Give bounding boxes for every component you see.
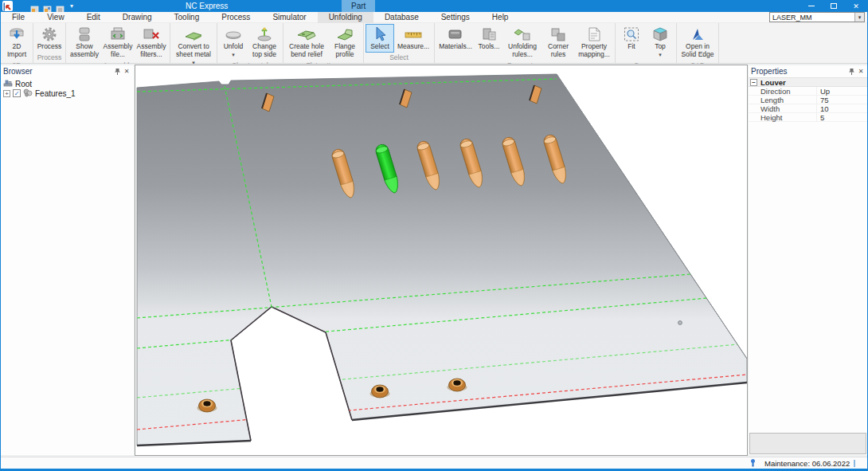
unfold-button[interactable]: Unfold▾: [219, 24, 248, 61]
property-mapping-icon: [585, 26, 603, 42]
assembly-file-button[interactable]: Assembly file...: [101, 24, 135, 61]
property-name: Width: [749, 104, 817, 113]
menu-help[interactable]: Help: [481, 12, 520, 23]
properties-panel: Properties ✕ − Louver Direction Up Lengt…: [749, 65, 868, 455]
unfolding-rules-button[interactable]: Unfolding rules...: [503, 24, 542, 61]
menu-bar: File View Edit Drawing Tooling Process S…: [1, 12, 867, 23]
property-name: Length: [749, 96, 817, 104]
machine-selector-dropdown-icon[interactable]: ▾: [854, 13, 864, 22]
menu-process[interactable]: Process: [210, 12, 261, 23]
corner-rules-button[interactable]: Corner rules: [542, 24, 575, 61]
menu-unfolding[interactable]: Unfolding: [318, 12, 373, 23]
tree-row-root[interactable]: Root: [3, 79, 134, 88]
features-checkbox[interactable]: ✓: [13, 89, 21, 97]
ribbon-group-label-select: Select: [366, 53, 432, 63]
convert-to-sheet-metal-button[interactable]: Convert to sheet metal ▾: [172, 24, 215, 68]
property-value[interactable]: 75: [817, 96, 868, 104]
minimize-icon: [808, 6, 815, 6]
tree-features-label: Features_1: [35, 89, 76, 98]
show-assembly-button[interactable]: Show assembly: [68, 24, 101, 61]
menu-settings[interactable]: Settings: [430, 12, 481, 23]
top-view-button[interactable]: Top▾: [646, 24, 674, 61]
menu-simulator[interactable]: Simulator: [261, 12, 317, 23]
small-hole[interactable]: [678, 321, 682, 325]
features-icon: [23, 88, 33, 99]
hole-bend-relief-icon: [296, 26, 317, 42]
property-value[interactable]: Up: [817, 87, 868, 96]
maximize-icon: [831, 3, 837, 9]
pin-icon[interactable]: [112, 67, 122, 77]
assembly-filters-button[interactable]: Assembly filters...: [135, 24, 168, 61]
properties-close-icon[interactable]: ✕: [856, 67, 866, 77]
dropdown-caret-icon: ▾: [659, 52, 662, 57]
machine-selector[interactable]: LASER_MM ▾: [769, 12, 865, 22]
show-assembly-icon: [76, 26, 93, 42]
materials-icon: [446, 26, 465, 42]
menu-view[interactable]: View: [36, 12, 76, 23]
property-mapping-button[interactable]: Property mapping...: [575, 24, 613, 61]
corner-rules-icon: [549, 26, 568, 42]
root-icon: [3, 79, 13, 89]
ribbon-group-2d: 2D Import 2D: [1, 23, 33, 63]
property-row-width[interactable]: Width 10: [749, 104, 868, 113]
select-button[interactable]: Select: [366, 24, 394, 53]
ribbon-group-camera: Fit Top▾ Camera: [616, 23, 677, 63]
save-as-icon[interactable]: [43, 2, 52, 10]
maximize-button[interactable]: [823, 0, 845, 12]
ribbon-group-cad: Open in Solid Edge CAD: [677, 23, 719, 63]
property-row-direction[interactable]: Direction Up: [749, 87, 868, 96]
quick-access-caret-icon[interactable]: ▾: [70, 2, 73, 10]
property-name: Height: [749, 113, 817, 122]
menu-database[interactable]: Database: [373, 12, 430, 23]
property-value[interactable]: 10: [817, 104, 868, 113]
status-tick: [854, 460, 855, 467]
browser-panel-title: Browser: [3, 67, 112, 76]
menu-drawing[interactable]: Drawing: [111, 12, 163, 23]
materials-button[interactable]: Materials...: [436, 24, 475, 61]
top-view-cube-icon: [651, 26, 669, 42]
property-row-height[interactable]: Height 5: [749, 113, 868, 122]
property-name: Direction: [749, 87, 817, 96]
minimize-button[interactable]: [800, 0, 823, 12]
unfold-icon: [224, 26, 243, 42]
app-logo-icon[interactable]: [2, 1, 13, 11]
solid-edge-icon: [688, 26, 707, 42]
close-button[interactable]: ✕: [845, 0, 867, 12]
2d-import-button[interactable]: 2D Import: [2, 24, 31, 61]
ribbon-group-select: Select Measure... Select: [364, 23, 435, 63]
measure-ruler-icon: [403, 26, 424, 42]
expand-plus-icon[interactable]: +: [3, 90, 10, 97]
3d-viewport[interactable]: [135, 65, 748, 456]
properties-grid: − Louver Direction Up Length 75 Width 10…: [749, 77, 868, 122]
ribbon-group-flat-pattern: Create hole bend relief Flange profile F…: [283, 23, 364, 63]
properties-preview-box: [749, 433, 866, 454]
tree-row-features[interactable]: + ✓ Features_1: [3, 88, 134, 98]
document-tab-part[interactable]: Part: [342, 0, 375, 12]
menu-edit[interactable]: Edit: [76, 12, 111, 23]
save-icon[interactable]: [30, 2, 39, 10]
tools-button[interactable]: Tools...: [475, 24, 503, 61]
measure-button[interactable]: Measure...: [394, 24, 432, 53]
process-button[interactable]: Process: [35, 24, 64, 53]
fit-zoom-icon: [623, 26, 640, 42]
assembly-filters-icon: [142, 26, 161, 42]
flange-profile-button[interactable]: Flange profile: [328, 24, 362, 61]
open-in-solid-edge-button[interactable]: Open in Solid Edge: [678, 24, 717, 61]
pin-icon[interactable]: [846, 67, 856, 77]
flange-profile-icon: [335, 26, 354, 42]
menu-tooling[interactable]: Tooling: [163, 12, 211, 23]
ribbon-group-process: Process Process: [33, 23, 66, 63]
change-top-side-button[interactable]: Change top side: [248, 24, 281, 61]
menu-file[interactable]: File: [1, 12, 36, 23]
browser-close-icon[interactable]: ✕: [122, 67, 131, 77]
property-group-louver[interactable]: − Louver: [749, 77, 868, 87]
save-all-icon[interactable]: [56, 2, 65, 10]
property-value[interactable]: 5: [817, 113, 868, 122]
assembly-file-icon: [108, 26, 127, 42]
fit-button[interactable]: Fit: [617, 24, 646, 61]
browser-panel-header: Browser ✕: [1, 65, 134, 77]
collapse-minus-icon[interactable]: −: [750, 79, 757, 86]
create-hole-bend-relief-button[interactable]: Create hole bend relief: [285, 24, 328, 61]
property-row-length[interactable]: Length 75: [749, 96, 868, 104]
window-controls: ✕: [800, 0, 867, 12]
